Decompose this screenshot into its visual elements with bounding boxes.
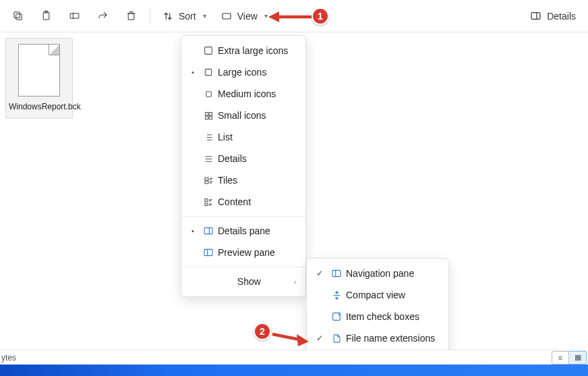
details-icon xyxy=(199,154,218,164)
menu-item-tiles[interactable]: Tiles xyxy=(181,169,305,191)
toolbar: Sort ▾ View ▾ ⋯ Details xyxy=(0,0,588,32)
annotation-arrow-2 xyxy=(270,330,309,346)
copy-button[interactable] xyxy=(4,3,31,30)
view-toggle: ≡ ▦ xyxy=(552,351,587,365)
details-pane-icon xyxy=(530,10,541,22)
menu-item-small-icons[interactable]: Small icons xyxy=(181,105,305,126)
view-label: View xyxy=(237,11,258,22)
menu-item-large-icons[interactable]: • Large icons xyxy=(181,61,305,83)
svg-rect-18 xyxy=(204,203,207,205)
svg-rect-12 xyxy=(209,112,212,115)
svg-rect-13 xyxy=(205,116,208,119)
chevron-down-icon: ▾ xyxy=(264,12,268,20)
svg-rect-19 xyxy=(204,227,212,234)
view-dropdown[interactable]: View ▾ xyxy=(214,3,274,30)
svg-rect-22 xyxy=(333,313,341,321)
menu-item-show[interactable]: Show › xyxy=(181,271,305,292)
navpane-icon xyxy=(327,268,346,279)
view-toggle-icons[interactable]: ▦ xyxy=(569,351,587,365)
menu-item-list[interactable]: List xyxy=(181,126,305,148)
svg-rect-14 xyxy=(209,116,212,119)
chevron-right-icon: › xyxy=(281,278,296,286)
svg-rect-5 xyxy=(128,14,134,20)
details-pane-icon xyxy=(199,225,218,236)
file-item[interactable]: WindowsReport.bck xyxy=(5,38,73,119)
menu-item-details-pane[interactable]: • Details pane xyxy=(181,220,305,242)
menu-separator xyxy=(181,267,305,267)
status-text: ytes xyxy=(1,353,16,362)
menu-item-preview-pane[interactable]: Preview pane xyxy=(181,242,305,263)
svg-rect-9 xyxy=(205,69,211,75)
annotation-badge-2: 2 xyxy=(254,323,271,340)
svg-rect-15 xyxy=(204,178,208,180)
status-bar: ytes ≡ ▦ xyxy=(0,350,588,365)
svg-rect-8 xyxy=(205,47,212,55)
compact-icon xyxy=(327,290,346,300)
menu-item-checkboxes[interactable]: Item check boxes xyxy=(307,306,448,327)
small-icons-icon xyxy=(199,111,218,121)
svg-rect-4 xyxy=(70,14,79,18)
svg-rect-0 xyxy=(16,14,22,20)
menu-item-compact-view[interactable]: Compact view xyxy=(307,284,448,306)
menu-item-content[interactable]: Content xyxy=(181,191,305,213)
large-icons-icon xyxy=(199,67,218,78)
sort-icon xyxy=(163,11,173,22)
file-icon xyxy=(18,44,60,97)
windows-taskbar xyxy=(0,365,588,376)
check-icon: ✓ xyxy=(312,333,327,343)
details-button[interactable]: Details xyxy=(522,3,584,30)
xl-icons-icon xyxy=(199,45,218,56)
svg-rect-16 xyxy=(204,181,208,184)
menu-item-file-extensions[interactable]: ✓ File name extensions xyxy=(307,327,448,349)
content-icon xyxy=(199,197,218,207)
checkboxes-icon xyxy=(327,311,346,322)
menu-separator xyxy=(181,216,305,217)
svg-rect-11 xyxy=(205,112,208,115)
menu-item-details[interactable]: Details xyxy=(181,148,305,169)
chevron-down-icon: ▾ xyxy=(203,12,206,20)
file-name: WindowsReport.bck xyxy=(9,102,69,111)
extensions-icon xyxy=(327,333,346,344)
share-button[interactable] xyxy=(89,3,116,30)
menu-item-navigation-pane[interactable]: ✓ Navigation pane xyxy=(307,263,448,284)
svg-rect-21 xyxy=(332,270,341,276)
check-icon: ✓ xyxy=(312,269,327,278)
menu-item-medium-icons[interactable]: Medium icons xyxy=(181,83,305,105)
svg-rect-1 xyxy=(13,12,19,18)
paste-button[interactable] xyxy=(32,3,59,30)
svg-rect-17 xyxy=(204,198,207,201)
view-toggle-details[interactable]: ≡ xyxy=(552,351,569,365)
view-icon xyxy=(221,11,232,22)
menu-item-xl-icons[interactable]: Extra large icons xyxy=(181,40,305,61)
delete-button[interactable] xyxy=(117,3,144,30)
medium-icons-icon xyxy=(199,89,218,99)
view-menu: Extra large icons • Large icons Medium i… xyxy=(181,35,306,297)
preview-pane-icon xyxy=(199,247,218,258)
svg-rect-6 xyxy=(223,14,231,19)
svg-rect-20 xyxy=(204,249,212,255)
toolbar-separator xyxy=(150,8,150,24)
more-button[interactable]: ⋯ xyxy=(276,3,303,30)
list-icon xyxy=(199,132,218,142)
svg-rect-10 xyxy=(206,91,211,97)
tiles-icon xyxy=(199,176,218,186)
svg-line-26 xyxy=(272,334,299,340)
sort-dropdown[interactable]: Sort ▾ xyxy=(156,3,213,30)
svg-rect-7 xyxy=(531,13,540,20)
sort-label: Sort xyxy=(179,11,196,22)
details-label: Details xyxy=(547,11,576,22)
rename-button[interactable] xyxy=(61,3,88,30)
